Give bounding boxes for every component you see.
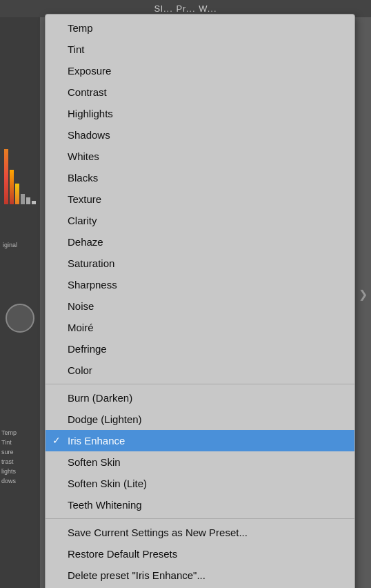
histogram-bar [4, 149, 8, 204]
top-bar-title: Sl... Pr... W... [154, 3, 217, 14]
menu-item-sharpness[interactable]: Sharpness [46, 274, 354, 295]
menu-item-dehaze[interactable]: Dehaze [46, 231, 354, 253]
menu-item-blacks[interactable]: Blacks [46, 167, 354, 188]
left-panel: iginal Temp Tint sure trast lights dows [0, 0, 40, 588]
histogram-bar [10, 170, 14, 204]
menu-item-shadows[interactable]: Shadows [46, 124, 354, 146]
label-original: iginal [3, 242, 17, 248]
menu-item-highlights[interactable]: Highlights [46, 103, 354, 124]
menu-item-saturation[interactable]: Saturation [46, 253, 354, 274]
menu-item-contrast[interactable]: Contrast [46, 81, 354, 103]
menu-item-iris-enhance[interactable]: ✓ Iris Enhance [46, 430, 354, 451]
menu-item-noise[interactable]: Noise [46, 295, 354, 317]
menu-item-moire[interactable]: Moiré [46, 317, 354, 338]
histogram-bar [26, 197, 30, 204]
menu-item-defringe[interactable]: Defringe [46, 338, 354, 360]
menu-item-dodge[interactable]: Dodge (Lighten) [46, 409, 354, 430]
menu-item-temp[interactable]: Temp [46, 17, 354, 39]
histogram-bar [32, 201, 36, 204]
side-labels: Temp Tint sure trast lights dows [0, 428, 40, 486]
side-label-contrast: trast [0, 457, 40, 467]
side-label-dows: dows [0, 476, 40, 486]
menu-item-clarity[interactable]: Clarity [46, 210, 354, 231]
menu-item-soften-skin-lite[interactable]: Soften Skin (Lite) [46, 473, 354, 494]
menu-item-exposure[interactable]: Exposure [46, 60, 354, 81]
menu-item-burn[interactable]: Burn (Darken) [46, 387, 354, 409]
menu-item-teeth-whitening[interactable]: Teeth Whitening [46, 494, 354, 516]
menu-item-texture[interactable]: Texture [46, 188, 354, 210]
menu-item-save-preset[interactable]: Save Current Settings as New Preset... [46, 522, 354, 543]
menu-item-tint[interactable]: Tint [46, 39, 354, 60]
right-edge: ❯ [359, 0, 371, 588]
menu-item-color[interactable]: Color [46, 360, 354, 381]
menu-item-restore-presets[interactable]: Restore Default Presets [46, 543, 354, 565]
menu-section-2: Burn (Darken) Dodge (Lighten) ✓ Iris Enh… [46, 384, 354, 518]
side-label-temp: Temp [0, 428, 40, 438]
side-label-lights: lights [0, 467, 40, 476]
menu-section-1: Temp Tint Exposure Contrast Highlights S… [46, 14, 354, 384]
menu-item-delete-preset[interactable]: Delete preset "Iris Enhance"... [46, 565, 354, 586]
side-label-tint: Tint [0, 438, 40, 447]
dropdown-menu: Temp Tint Exposure Contrast Highlights S… [45, 14, 355, 588]
histogram-bar [21, 194, 25, 204]
histogram-bar [15, 184, 19, 204]
menu-section-3: Save Current Settings as New Preset... R… [46, 518, 354, 588]
menu-item-whites[interactable]: Whites [46, 146, 354, 167]
menu-item-soften-skin[interactable]: Soften Skin [46, 451, 354, 473]
right-arrow-icon[interactable]: ❯ [359, 288, 368, 301]
circle-widget[interactable] [6, 304, 34, 333]
checkmark-icon: ✓ [52, 434, 61, 448]
side-label-expo: sure [0, 447, 40, 457]
histogram-area [0, 97, 40, 207]
